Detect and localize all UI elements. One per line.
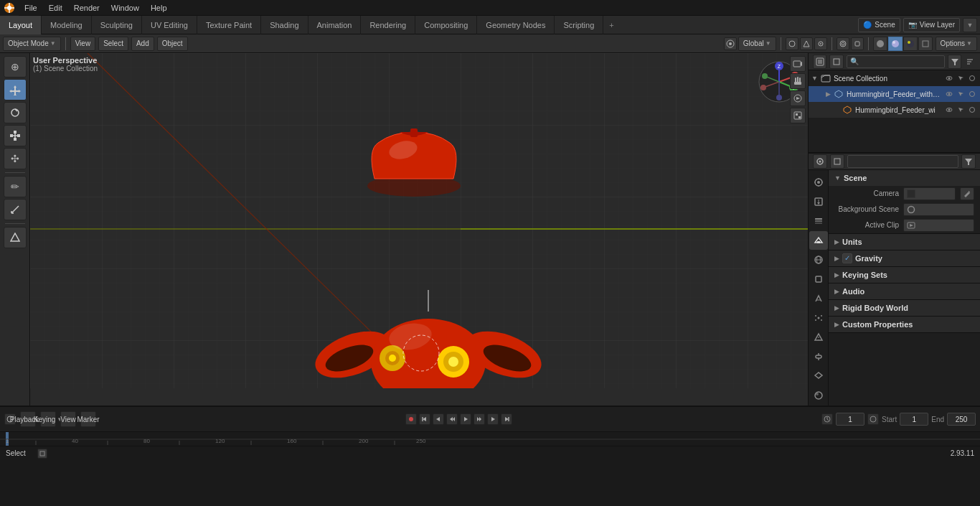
tab-shading[interactable]: Shading — [261, 16, 308, 34]
scale-tool-btn[interactable] — [4, 125, 27, 146]
material-icon-btn[interactable] — [809, 386, 828, 405]
rotate-tool-btn[interactable] — [4, 102, 27, 123]
menu-render[interactable]: Render — [68, 0, 105, 16]
pivot-btn[interactable] — [786, 37, 798, 50]
solid-shading-btn[interactable] — [873, 37, 887, 51]
particles-icon-btn[interactable] — [809, 309, 828, 327]
constraints-icon-btn[interactable] — [809, 347, 828, 366]
units-section-header[interactable]: ▶ Units — [829, 234, 980, 250]
viewlayer-icon-btn[interactable] — [809, 212, 828, 230]
object-mode-btn[interactable]: Object Mode ▼ — [3, 37, 61, 51]
next-frame-btn[interactable] — [487, 413, 499, 425]
scene-section-header[interactable]: ▼ Scene — [829, 170, 980, 186]
movie-btn[interactable] — [790, 90, 806, 106]
view-layer-selector[interactable]: View Layer — [920, 21, 955, 29]
overlay-btn[interactable] — [837, 37, 849, 50]
item2-sel[interactable] — [956, 105, 966, 115]
props-icon-btn[interactable] — [813, 154, 827, 169]
props-filter-btn[interactable] — [961, 154, 976, 169]
outliner-search[interactable] — [847, 55, 945, 68]
outliner-scene-collection[interactable]: ▼ Scene Collection — [809, 70, 980, 86]
props-search[interactable] — [847, 155, 958, 168]
eevee-btn[interactable] — [918, 37, 933, 51]
expand-scene-btn[interactable]: ▼ — [963, 18, 977, 32]
tab-geometry-nodes[interactable]: Geometry Nodes — [477, 16, 555, 34]
menu-help[interactable]: Help — [145, 0, 173, 16]
prev-frame-btn[interactable] — [433, 413, 444, 425]
custom-props-header[interactable]: ▶ Custom Properties — [829, 317, 980, 332]
item2-rend[interactable] — [967, 105, 977, 115]
global-transform-btn[interactable]: Global ▼ — [738, 37, 776, 51]
record-btn[interactable] — [405, 413, 417, 425]
output-icon-btn[interactable] — [809, 192, 828, 211]
proportional-btn[interactable] — [814, 37, 827, 50]
start-frame-input[interactable]: 1 — [900, 413, 928, 426]
object-icon-btn[interactable] — [809, 270, 828, 289]
xray-btn[interactable] — [851, 37, 864, 50]
item1-eye[interactable] — [944, 89, 954, 99]
active-clip-value[interactable] — [903, 219, 974, 232]
current-frame-input[interactable]: 1 — [836, 413, 864, 426]
item2-eye[interactable] — [944, 105, 954, 115]
move-tool-btn[interactable] — [4, 79, 27, 100]
tab-rendering[interactable]: Rendering — [361, 16, 415, 34]
data-icon-btn[interactable] — [809, 367, 828, 385]
tab-texture-paint[interactable]: Texture Paint — [197, 16, 261, 34]
world-icon-btn[interactable] — [809, 250, 828, 269]
scene-render-icon[interactable] — [967, 73, 977, 83]
menu-file[interactable]: File — [19, 0, 43, 16]
select-menu-btn[interactable]: Select — [98, 37, 128, 51]
play-btn[interactable] — [460, 413, 471, 425]
render-visibility-btn[interactable] — [790, 108, 806, 123]
outliner-icon-btn[interactable] — [813, 55, 826, 69]
camera-value[interactable] — [903, 187, 956, 200]
item1-rend[interactable] — [967, 89, 977, 99]
measure-tool-btn[interactable] — [4, 199, 27, 220]
tab-modeling[interactable]: Modeling — [42, 16, 92, 34]
play-back-btn[interactable] — [446, 413, 458, 425]
view-label-btn[interactable]: View — [60, 411, 76, 427]
render-icon-btn[interactable] — [809, 173, 828, 192]
outliner-sort-btn[interactable] — [964, 56, 976, 67]
jump-end-btn[interactable] — [501, 413, 512, 425]
keying-label-btn[interactable]: Keying ▼ — [40, 411, 56, 427]
scene-selector[interactable]: Scene — [875, 21, 895, 29]
add-menu-btn[interactable]: Add — [131, 37, 154, 51]
menu-edit[interactable]: Edit — [43, 0, 68, 16]
item1-sel[interactable] — [956, 89, 966, 99]
gravity-section-header[interactable]: ▶ ✓ Gravity — [829, 250, 980, 266]
add-primitive-btn[interactable] — [4, 227, 27, 248]
outliner-item-2[interactable]: ▶ Hummingbird_Feeder_wi — [809, 102, 980, 118]
rigid-body-header[interactable]: ▶ Rigid Body World — [829, 300, 980, 316]
gravity-checkbox[interactable]: ✓ — [842, 253, 852, 263]
tab-uv-editing[interactable]: UV Editing — [142, 16, 197, 34]
keying-section-header[interactable]: ▶ Keying Sets — [829, 267, 980, 283]
tab-compositing[interactable]: Compositing — [415, 16, 477, 34]
tab-scripting[interactable]: Scripting — [555, 16, 603, 34]
scene-icon-btn[interactable] — [809, 231, 828, 250]
annotate-tool-btn[interactable]: ✏ — [4, 176, 27, 197]
outliner-item-1[interactable]: ▶ Hummingbird_Feeder_with_R — [809, 86, 980, 102]
transform-tool-btn[interactable]: ✣ — [4, 148, 27, 169]
transform-icon[interactable] — [724, 37, 737, 50]
outliner-filter-btn[interactable] — [948, 55, 961, 69]
tab-animation[interactable]: Animation — [308, 16, 362, 34]
physics-icon-btn[interactable] — [809, 328, 828, 347]
options-btn[interactable]: Options ▼ — [936, 37, 977, 51]
play-forward-btn[interactable] — [473, 413, 485, 425]
audio-section-header[interactable]: ▶ Audio — [829, 284, 980, 299]
snap-btn[interactable] — [800, 37, 813, 50]
material-shading-btn[interactable] — [888, 37, 903, 51]
rendered-btn[interactable] — [903, 37, 918, 51]
modifier-icon-btn[interactable] — [809, 289, 828, 308]
outliner-toggle-btn[interactable] — [829, 55, 843, 69]
jump-start-btn[interactable] — [419, 413, 430, 425]
scene-eye-icon[interactable] — [944, 73, 954, 83]
end-frame-input[interactable]: 250 — [947, 413, 976, 426]
marker-label-btn[interactable]: Marker — [80, 411, 96, 427]
object-menu-btn[interactable]: Object — [157, 37, 188, 51]
view-menu-btn[interactable]: View — [70, 37, 96, 51]
props-toggle-btn[interactable] — [830, 154, 844, 169]
menu-window[interactable]: Window — [105, 0, 145, 16]
add-workspace-button[interactable]: + — [603, 16, 619, 34]
